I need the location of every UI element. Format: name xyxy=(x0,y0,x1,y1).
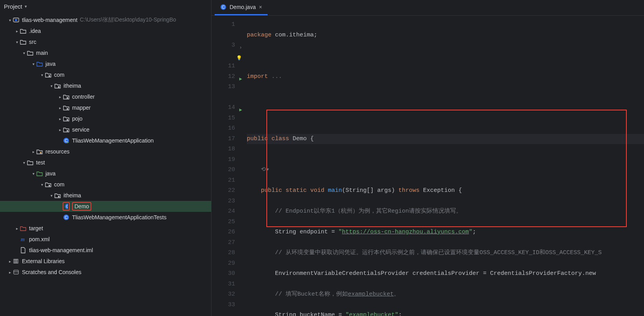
line-number: 20 xyxy=(212,165,243,175)
resource-folder-icon xyxy=(36,149,43,154)
line-number: 17 xyxy=(212,134,243,144)
chevron-down-icon: ▾ xyxy=(39,182,45,187)
class-run-icon: C xyxy=(63,137,70,144)
folder-icon xyxy=(27,50,34,56)
project-sidebar: Project ▾ ▾ tlias-web-management C:\User… xyxy=(0,0,212,316)
tree-node-external-libraries[interactable]: ▸ External Libraries xyxy=(0,256,211,267)
package-icon xyxy=(63,116,70,121)
line-number: 25 xyxy=(212,217,243,228)
tree-node-test-com[interactable]: ▾ com xyxy=(0,179,211,190)
code-content[interactable]: package com.itheima; import ... public c… xyxy=(243,16,644,316)
tree-node-mapper[interactable]: ▸ mapper xyxy=(0,102,211,113)
tree-label: .idea xyxy=(29,28,41,34)
close-icon[interactable]: × xyxy=(259,4,262,10)
chevron-down-icon: ▾ xyxy=(7,18,13,22)
tree-node-root[interactable]: ▾ tlias-web-management C:\Users\张喆\Deskt… xyxy=(0,14,211,25)
svg-point-7 xyxy=(67,130,68,132)
tree-label: java xyxy=(45,170,56,177)
gutter: 1 3› 💡 11 12▶ 13 14▶ 15 16 17 18 19 20 2… xyxy=(212,16,243,316)
svg-point-12 xyxy=(49,185,50,186)
line-number: 1 xyxy=(212,20,243,30)
class-icon: C xyxy=(63,202,70,211)
tree-node-com[interactable]: ▾ com xyxy=(0,69,211,80)
module-icon xyxy=(13,17,20,23)
editor-tab-demo[interactable]: C Demo.java × xyxy=(215,0,268,15)
chevron-right-icon: ▸ xyxy=(14,226,20,231)
tree-node-src[interactable]: ▾ src xyxy=(0,36,211,47)
tree-node-demo[interactable]: C Demo xyxy=(0,201,211,212)
svg-text:m: m xyxy=(21,237,25,242)
svg-rect-20 xyxy=(15,259,16,263)
tree-label: itheima xyxy=(63,83,81,89)
package-icon xyxy=(63,105,70,110)
code-editor[interactable]: 1 3› 💡 11 12▶ 13 14▶ 15 16 17 18 19 20 2… xyxy=(212,16,644,316)
tree-node-pom[interactable]: m pom.xml xyxy=(0,234,211,245)
tree-label: com xyxy=(54,181,64,188)
tree-label: src xyxy=(29,39,36,45)
tree-node-pojo[interactable]: ▸ pojo xyxy=(0,113,211,124)
chevron-down-icon: ▾ xyxy=(49,84,54,88)
package-icon xyxy=(63,94,70,99)
tree-label: tlias-web-management xyxy=(22,17,78,23)
tree-label: Demo xyxy=(72,202,91,211)
tree-label: mapper xyxy=(72,105,90,111)
package-icon xyxy=(45,72,52,78)
tree-node-tliastests[interactable]: C TliasWebManagementApplicationTests xyxy=(0,212,211,223)
line-number: 16 xyxy=(212,123,243,134)
project-tool-header[interactable]: Project ▾ xyxy=(0,0,211,13)
svg-text:C: C xyxy=(222,5,224,9)
chevron-down-icon: ▾ xyxy=(31,172,36,176)
line-number: 24 xyxy=(212,206,243,217)
tree-label: tlias-web-management.iml xyxy=(29,247,93,253)
package-icon xyxy=(63,127,70,132)
line-number: 11 xyxy=(212,61,243,72)
tree-node-scratches[interactable]: ▸ Scratches and Consoles xyxy=(0,267,211,278)
tree-node-main[interactable]: ▾ main xyxy=(0,47,211,58)
line-number: 14▶ xyxy=(212,103,243,113)
tree-node-java[interactable]: ▾ java xyxy=(0,58,211,69)
chevron-right-icon: ▸ xyxy=(57,106,63,110)
line-number: 29 xyxy=(212,258,243,269)
tree-node-target[interactable]: ▸ target xyxy=(0,223,211,234)
line-number: 27 xyxy=(212,238,243,248)
line-number: 23 xyxy=(212,196,243,207)
line-number: 28 xyxy=(212,248,243,258)
chevron-down-icon: ▾ xyxy=(39,73,45,77)
line-number xyxy=(212,92,243,103)
tree-node-test-java[interactable]: ▾ java xyxy=(0,168,211,179)
tree-label: com xyxy=(54,72,64,78)
svg-point-3 xyxy=(58,86,60,88)
svg-point-4 xyxy=(67,97,68,99)
tree-node-test-itheima[interactable]: ▾ itheima xyxy=(0,190,211,201)
chevron-right-icon: ▸ xyxy=(57,117,63,121)
package-icon xyxy=(54,193,61,198)
chevron-down-icon: ▾ xyxy=(14,40,20,44)
svg-rect-11 xyxy=(40,152,42,153)
editor-area: C Demo.java × 1 3› 💡 11 12▶ 13 14▶ 15 16… xyxy=(212,0,644,316)
tree-node-service[interactable]: ▸ service xyxy=(0,124,211,135)
svg-point-5 xyxy=(67,108,68,110)
tree-node-controller[interactable]: ▸ controller xyxy=(0,91,211,102)
tree-label: TliasWebManagementApplicationTests xyxy=(72,214,166,220)
tree-node-test[interactable]: ▾ test xyxy=(0,157,211,168)
tree-node-iml[interactable]: tlias-web-management.iml xyxy=(0,245,211,256)
svg-rect-21 xyxy=(17,259,18,263)
svg-rect-19 xyxy=(14,259,15,263)
tree-node-tliasapp[interactable]: C TliasWebManagementApplication xyxy=(0,135,211,146)
tree-label: test xyxy=(36,159,45,166)
line-number: 30 xyxy=(212,269,243,279)
line-number: 31 xyxy=(212,279,243,290)
line-number: 3› xyxy=(212,40,243,51)
tree-label: main xyxy=(36,50,48,56)
editor-tabs: C Demo.java × xyxy=(212,0,644,16)
tree-node-resources[interactable]: ▸ resources xyxy=(0,146,211,157)
line-number: 33 xyxy=(212,300,243,311)
chevron-right-icon: ▸ xyxy=(14,29,20,33)
line-number: 💡 xyxy=(212,51,243,61)
folder-icon xyxy=(20,39,27,45)
tree-node-itheima[interactable]: ▾ itheima xyxy=(0,80,211,91)
tree-node-idea[interactable]: ▸ .idea xyxy=(0,25,211,36)
svg-rect-22 xyxy=(14,270,18,274)
package-icon xyxy=(45,182,52,187)
line-number: 21 xyxy=(212,175,243,186)
